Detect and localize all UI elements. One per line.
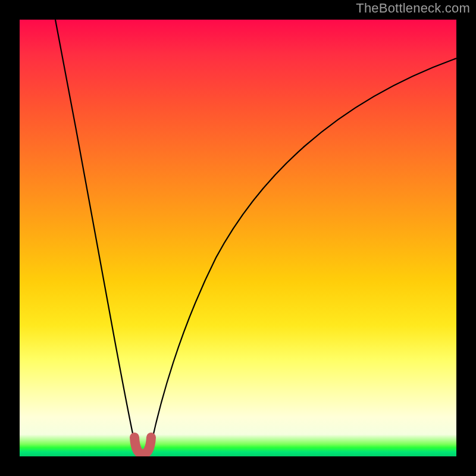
dip-marker — [134, 437, 151, 454]
watermark-text: TheBottleneck.com — [356, 1, 470, 16]
plot-area — [20, 20, 456, 456]
left-curve — [55, 20, 137, 453]
right-curve — [149, 58, 456, 453]
chart-frame: TheBottleneck.com — [0, 0, 476, 476]
curves-svg — [20, 20, 456, 456]
